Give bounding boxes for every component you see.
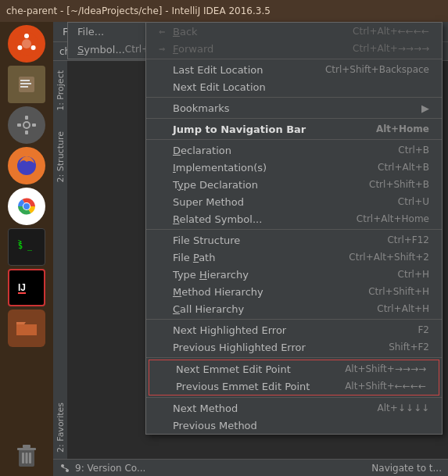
svg-rect-6: [20, 80, 30, 81]
next-emmet-edit[interactable]: Next Emmet Edit Point Alt+Shift+→→→→: [149, 360, 439, 378]
svg-rect-8: [20, 86, 28, 88]
svg-rect-24: [18, 292, 26, 294]
svg-point-1: [22, 39, 31, 48]
svg-point-3: [31, 45, 36, 50]
svg-rect-30: [29, 453, 31, 463]
nav-forward[interactable]: ⇒ Forward Ctrl+Alt+→→→→: [146, 40, 442, 57]
title-bar: che-parent - [~/IdeaProjects/che] - Inte…: [0, 0, 448, 22]
emmet-highlight-box: Next Emmet Edit Point Alt+Shift+→→→→ Pre…: [149, 360, 439, 395]
sep-6: [146, 319, 442, 320]
version-control-text: 9: Version Co...: [75, 463, 145, 474]
status-bar: 9: Version Co... Navigate to t...: [53, 459, 448, 476]
prev-method[interactable]: Previous Method: [146, 417, 442, 434]
svg-point-18: [23, 203, 30, 209]
svg-rect-26: [17, 448, 36, 450]
method-hierarchy[interactable]: Method Hierarchy Ctrl+Shift+H: [146, 283, 442, 300]
last-edit-location[interactable]: Last Edit Location Ctrl+Shift+Backspace: [146, 61, 442, 78]
idea-icon[interactable]: IJ: [8, 269, 45, 306]
main-area: File Edit View che-parent > 1: Project 2…: [53, 22, 448, 476]
files-icon[interactable]: [8, 66, 45, 103]
jump-to-nav[interactable]: Jump to Navigation Bar Alt+Home: [146, 120, 442, 138]
firefox-icon[interactable]: [8, 147, 45, 184]
structure-tab[interactable]: 2: Structure: [54, 125, 67, 188]
svg-rect-11: [25, 116, 28, 120]
svg-rect-27: [23, 445, 30, 448]
file-path[interactable]: File Path Ctrl+Alt+Shift+2: [146, 249, 442, 266]
type-hierarchy[interactable]: Type Hierarchy Ctrl+H: [146, 266, 442, 283]
svg-point-32: [66, 469, 69, 472]
project-tab[interactable]: 1: Project: [54, 64, 67, 117]
ubuntu-icon[interactable]: [8, 25, 45, 63]
call-hierarchy[interactable]: Call Hierarchy Ctrl+Alt+H: [146, 300, 442, 317]
svg-point-2: [24, 34, 29, 38]
sep-1: [146, 59, 442, 59]
settings-icon[interactable]: [8, 106, 45, 144]
svg-rect-12: [25, 131, 28, 134]
prev-emmet-edit[interactable]: Previous Emmet Edit Point Alt+Shift+←←←←: [149, 378, 439, 395]
implementations[interactable]: Implementation(s) Ctrl+Alt+B: [146, 159, 442, 176]
folder-icon[interactable]: [8, 310, 45, 347]
navigate-text: Navigate to t...: [371, 463, 442, 474]
sep-4: [146, 139, 442, 140]
related-symbol[interactable]: Related Symbol... Ctrl+Alt+Home: [146, 210, 442, 227]
nav-back[interactable]: ⇐ Back Ctrl+Alt+←←←←: [146, 23, 442, 40]
sep-5: [146, 229, 442, 230]
sep-3: [146, 118, 442, 119]
svg-text:>: >: [18, 238, 22, 245]
svg-rect-13: [17, 123, 21, 127]
svg-rect-28: [22, 453, 24, 463]
file-structure[interactable]: File Structure Ctrl+F12: [146, 231, 442, 249]
sep-7: [146, 357, 442, 358]
svg-point-31: [61, 464, 64, 467]
terminal-icon[interactable]: $ _ >: [8, 228, 45, 266]
next-edit-location[interactable]: Next Edit Location: [146, 78, 442, 95]
sep-2: [146, 97, 442, 98]
trash-icon[interactable]: [8, 437, 45, 474]
title-text: che-parent - [~/IdeaProjects/che] - Inte…: [6, 5, 271, 16]
chrome-icon[interactable]: [8, 188, 45, 225]
app-dock: $ _ > IJ: [0, 22, 53, 476]
left-side-tabs: 1: Project 2: Structure 2: Favorites: [53, 61, 67, 459]
favorites-tab[interactable]: 2: Favorites: [54, 396, 67, 459]
svg-rect-7: [20, 83, 31, 84]
navigate-submenu: ⇐ Back Ctrl+Alt+←←←← ⇒ Forward Ctrl+Alt+…: [145, 22, 443, 435]
super-method[interactable]: Super Method Ctrl+U: [146, 193, 442, 210]
prev-highlighted-error[interactable]: Previous Highlighted Error Shift+F2: [146, 338, 442, 356]
sep-8: [146, 397, 442, 398]
bookmarks[interactable]: Bookmarks ▶: [146, 99, 442, 116]
svg-text:IJ: IJ: [18, 282, 26, 293]
next-method[interactable]: Next Method Alt+↓↓↓↓: [146, 399, 442, 417]
svg-point-4: [17, 45, 22, 50]
svg-point-10: [24, 123, 29, 127]
version-control-icon: [59, 463, 70, 474]
type-declaration[interactable]: Type Declaration Ctrl+Shift+B: [146, 176, 442, 193]
next-highlighted-error[interactable]: Next Highlighted Error F2: [146, 321, 442, 338]
svg-rect-14: [32, 123, 36, 127]
svg-rect-29: [26, 453, 28, 463]
svg-line-33: [63, 467, 67, 469]
declaration[interactable]: Declaration Ctrl+B: [146, 141, 442, 159]
